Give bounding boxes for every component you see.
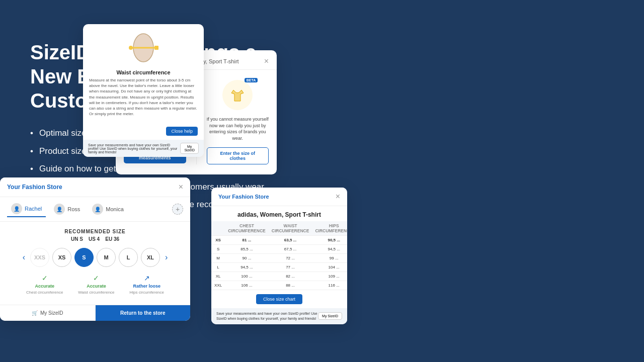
widget-mysizeid-button[interactable]: 🛒 My SizeID: [0, 305, 96, 321]
hips-m: 99 ...: [312, 254, 347, 263]
size-xl[interactable]: XL: [141, 248, 160, 267]
help-modal: Waist circumference Measure at the narro…: [83, 24, 204, 157]
hips-l: 104 ...: [312, 263, 347, 272]
us-value: 4: [97, 236, 100, 242]
size-m[interactable]: M: [97, 248, 116, 267]
eu-value: 36: [114, 236, 119, 242]
table-row: S 85,5 ... 67,5 ... 94,5 ...: [211, 245, 347, 254]
profile-tab-rachel[interactable]: 👤 Rachel: [7, 201, 46, 217]
waist-l: 77 ...: [269, 263, 312, 272]
us-label: US: [89, 236, 97, 242]
widget-mysizeid-label: My SizeID: [40, 310, 63, 316]
size-l: L: [211, 263, 225, 272]
beta-badge: BETA: [245, 78, 258, 82]
size-m: M: [211, 254, 225, 263]
fit-chest-icon: ✓: [42, 274, 48, 282]
fit-waist-label: Accurate: [87, 284, 106, 289]
size-s: S: [211, 245, 225, 254]
waist-illustration-area: [89, 30, 198, 65]
sizechart-store-name: Your Fashion Store: [218, 194, 269, 200]
profile-name-monica: Monica: [106, 206, 123, 212]
add-profile-button[interactable]: +: [172, 204, 183, 215]
profile-tab-monica[interactable]: 👤 Monica: [88, 202, 127, 217]
mysizeid-icon: 🛒: [32, 310, 38, 316]
chest-xxl: 106 ...: [225, 281, 269, 290]
table-row: XL 100 ... 82 ... 109 ...: [211, 272, 347, 281]
size-s[interactable]: S: [74, 248, 94, 267]
fit-hips-sub: Hips circumference: [130, 290, 164, 295]
recommended-size-section: RECOMMENDED SIZE UN S US 4 EU 36 ‹ XXS X…: [0, 222, 190, 305]
svg-rect-3: [154, 46, 158, 50]
un-value: S: [79, 236, 83, 242]
waist-xxl: 88 ...: [269, 281, 312, 290]
profile-tab-ross[interactable]: 👤 Ross: [50, 202, 84, 217]
enter-clothes-size-button[interactable]: Enter the size of clothes: [207, 147, 269, 164]
col-waist: WAIST CIRCUMFERENCE: [269, 221, 312, 236]
chest-xl: 100 ...: [225, 272, 269, 281]
svg-point-2: [129, 46, 133, 50]
close-help-button[interactable]: Close help: [166, 127, 198, 136]
size-carousel: ‹ XXS XS S M L XL ›: [8, 248, 182, 267]
fit-chest-label: Accurate: [35, 284, 54, 289]
fit-indicators: ✓ Accurate Chest circumference ✓ Accurat…: [8, 274, 182, 295]
table-row: L 94,5 ... 77 ... 104 ...: [211, 263, 347, 272]
sizechart-close-button[interactable]: ×: [336, 193, 340, 201]
sizechart-mysizeid-button[interactable]: My SizeID: [318, 312, 342, 320]
eu-label: EU: [105, 236, 114, 242]
size-xs: XS: [211, 236, 225, 245]
waist-m: 72 ...: [269, 254, 312, 263]
sizechart-modal: Your Fashion Store × adidas, Women, Spor…: [211, 188, 347, 324]
avatar-rachel: 👤: [11, 203, 22, 214]
col-size: [211, 221, 225, 236]
help-mysizeid-button[interactable]: My SizeID: [180, 143, 199, 154]
table-row: M 90 ... 72 ... 99 ...: [211, 254, 347, 263]
size-xxs[interactable]: XXS: [30, 248, 49, 267]
size-l[interactable]: L: [119, 248, 138, 267]
chest-xs: 81 ...: [225, 236, 269, 245]
avatar-ross: 👤: [54, 204, 65, 215]
profile-name-ross: Ross: [67, 206, 80, 212]
carousel-next-button[interactable]: ›: [163, 251, 170, 264]
fit-hips-icon: ↗: [144, 274, 150, 282]
recommended-units: UN S US 4 EU 36: [8, 236, 182, 242]
profile-name-rachel: Rachel: [25, 206, 42, 212]
avatar-monica: 👤: [92, 204, 103, 215]
size-xxl: XXL: [211, 281, 225, 290]
col-hips: HIPS CIRCUMFERENCE: [312, 221, 347, 236]
help-modal-description: Measure at the narrowest point of the to…: [89, 77, 198, 117]
help-footer-text: Save your measurements and have your own…: [88, 143, 180, 154]
sizechart-close-size-chart-button[interactable]: Close size chart: [256, 294, 302, 304]
measure-modal-close-button[interactable]: ×: [264, 57, 269, 65]
sizechart-header: Your Fashion Store ×: [211, 188, 347, 206]
help-modal-footer: Close help: [83, 123, 204, 140]
hips-s: 94,5 ...: [312, 245, 347, 254]
fit-hips-label: Rather loose: [133, 284, 161, 289]
widget-footer: 🛒 My SizeID Return to the store: [0, 305, 190, 321]
size-xs[interactable]: XS: [52, 248, 71, 267]
waist-xl: 82 ...: [269, 272, 312, 281]
chest-m: 90 ...: [225, 254, 269, 263]
clothes-icon: [222, 80, 253, 110]
clothes-text: If you cannot measure yourself now we ca…: [207, 116, 269, 141]
profile-tabs: 👤 Rachel 👤 Ross 👤 Monica +: [0, 197, 190, 222]
widget-close-button[interactable]: ×: [179, 183, 183, 192]
fit-chest: ✓ Accurate Chest circumference: [26, 274, 63, 295]
carousel-prev-button[interactable]: ‹: [21, 251, 27, 264]
fit-waist-icon: ✓: [93, 274, 99, 282]
sizechart-title: adidas, Women, Sport T-shirt: [211, 206, 347, 221]
chest-l: 94,5 ...: [225, 263, 269, 272]
help-mysizeid-bar: Save your measurements and have your own…: [83, 140, 204, 157]
sizechart-header-row: CHEST CIRCUMFERENCE WAIST CIRCUMFERENCE …: [211, 221, 347, 236]
help-modal-body: Waist circumference Measure at the narro…: [83, 24, 204, 123]
waist-illustration-svg: [123, 30, 164, 65]
fit-waist-sub: Waist circumference: [78, 290, 114, 295]
widget-return-button[interactable]: Return to the store: [96, 305, 191, 321]
hips-xl: 109 ...: [312, 272, 347, 281]
fit-chest-sub: Chest circumference: [26, 290, 63, 295]
fit-hips: ↗ Rather loose Hips circumference: [130, 274, 164, 295]
size-xl: XL: [211, 272, 225, 281]
recommended-label: RECOMMENDED SIZE: [8, 229, 182, 234]
widget-store-name: Your Fashion Store: [7, 184, 62, 191]
col-chest: CHEST CIRCUMFERENCE: [225, 221, 269, 236]
waist-s: 67,5 ...: [269, 245, 312, 254]
